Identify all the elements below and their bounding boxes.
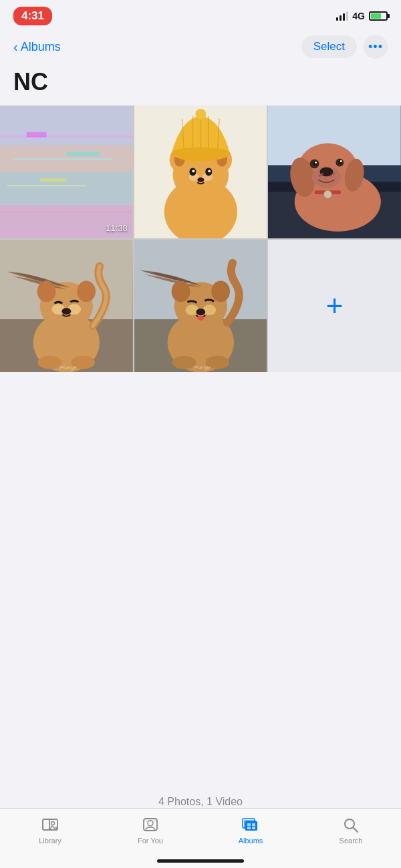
network-label: 4G — [352, 11, 365, 21]
svg-rect-85 — [43, 819, 49, 830]
home-indicator — [157, 859, 244, 863]
photo-grid: 11:38 — [0, 105, 401, 372]
search-label: Search — [340, 837, 363, 845]
svg-point-55 — [330, 175, 332, 177]
svg-rect-1 — [0, 105, 133, 146]
svg-text:Pomge: Pomge — [59, 364, 77, 370]
albums-label: Albums — [239, 837, 263, 845]
svg-point-81 — [172, 356, 196, 369]
svg-rect-2 — [0, 146, 133, 172]
svg-point-62 — [37, 280, 56, 302]
select-button[interactable]: Select — [301, 35, 357, 58]
svg-rect-93 — [245, 821, 257, 831]
timestamp-1: 11:38 — [106, 223, 128, 233]
svg-point-53 — [319, 175, 321, 177]
svg-rect-4 — [0, 205, 133, 238]
svg-point-54 — [321, 173, 323, 175]
shiba-hat-photo — [134, 105, 267, 238]
svg-point-50 — [340, 160, 342, 162]
more-button[interactable]: ••• — [364, 35, 388, 59]
back-label: Albums — [21, 40, 61, 54]
signal-bars — [336, 11, 348, 21]
status-right: 4G — [336, 11, 388, 21]
svg-rect-8 — [0, 212, 133, 213]
svg-point-79 — [196, 308, 205, 315]
svg-point-67 — [38, 355, 62, 369]
windy-dog-1-photo: Pomge — [0, 240, 133, 373]
tab-search[interactable]: Search — [301, 815, 401, 845]
svg-point-63 — [77, 280, 96, 302]
photo-cell-5[interactable]: Pomge — [134, 240, 267, 373]
glitch-photo — [0, 105, 133, 238]
svg-line-99 — [354, 828, 358, 833]
photo-count: 4 Photos, 1 Video — [0, 796, 401, 808]
library-label: Library — [39, 837, 61, 845]
status-bar: 4:31 4G — [0, 0, 401, 29]
tab-library[interactable]: Library — [0, 815, 100, 845]
dog-car-photo — [268, 105, 401, 238]
svg-rect-3 — [0, 172, 133, 205]
nav-header: ‹ Albums Select ••• — [0, 29, 401, 65]
svg-rect-96 — [247, 827, 251, 829]
svg-rect-9 — [27, 132, 47, 138]
svg-rect-94 — [247, 823, 251, 826]
svg-rect-95 — [252, 823, 255, 826]
photo-cell-1[interactable]: 11:38 — [0, 105, 133, 238]
for-you-icon — [141, 815, 160, 834]
svg-rect-11 — [40, 178, 67, 182]
search-icon — [342, 815, 360, 834]
svg-rect-89 — [144, 819, 157, 822]
svg-point-56 — [333, 173, 335, 175]
svg-text:Pomge: Pomge — [194, 364, 211, 370]
windy-dog-2-photo: Pomge — [134, 240, 267, 373]
svg-rect-10 — [66, 152, 100, 156]
svg-point-77 — [185, 304, 198, 315]
svg-point-76 — [211, 280, 230, 302]
svg-point-49 — [315, 162, 317, 164]
nav-actions: Select ••• — [301, 35, 388, 59]
svg-point-66 — [61, 308, 71, 314]
svg-point-32 — [195, 109, 206, 120]
svg-rect-6 — [13, 158, 113, 160]
add-icon: + — [326, 291, 344, 320]
for-you-label: For You — [138, 837, 163, 845]
status-time: 4:31 — [13, 7, 52, 25]
svg-point-86 — [51, 822, 55, 825]
svg-point-24 — [208, 170, 211, 172]
svg-rect-5 — [0, 136, 133, 138]
albums-icon — [241, 815, 260, 834]
back-chevron-icon: ‹ — [13, 40, 18, 53]
svg-point-75 — [171, 280, 190, 302]
svg-point-23 — [192, 170, 194, 172]
back-button[interactable]: ‹ Albums — [13, 40, 61, 54]
svg-point-33 — [171, 148, 229, 160]
svg-point-78 — [203, 304, 216, 315]
svg-point-52 — [324, 190, 332, 198]
add-photo-cell[interactable]: + — [268, 240, 401, 373]
album-title: NC — [0, 65, 401, 105]
svg-rect-97 — [252, 827, 255, 829]
photo-cell-4[interactable]: Pomge — [0, 240, 133, 373]
tab-for-you[interactable]: For You — [100, 815, 200, 845]
svg-point-25 — [197, 178, 204, 182]
svg-rect-7 — [7, 185, 86, 186]
library-icon — [41, 815, 59, 834]
battery — [369, 11, 388, 21]
photo-cell-2[interactable] — [134, 105, 267, 238]
tab-albums[interactable]: Albums — [200, 815, 301, 845]
svg-point-80 — [197, 315, 204, 320]
photo-cell-3[interactable] — [268, 105, 401, 238]
